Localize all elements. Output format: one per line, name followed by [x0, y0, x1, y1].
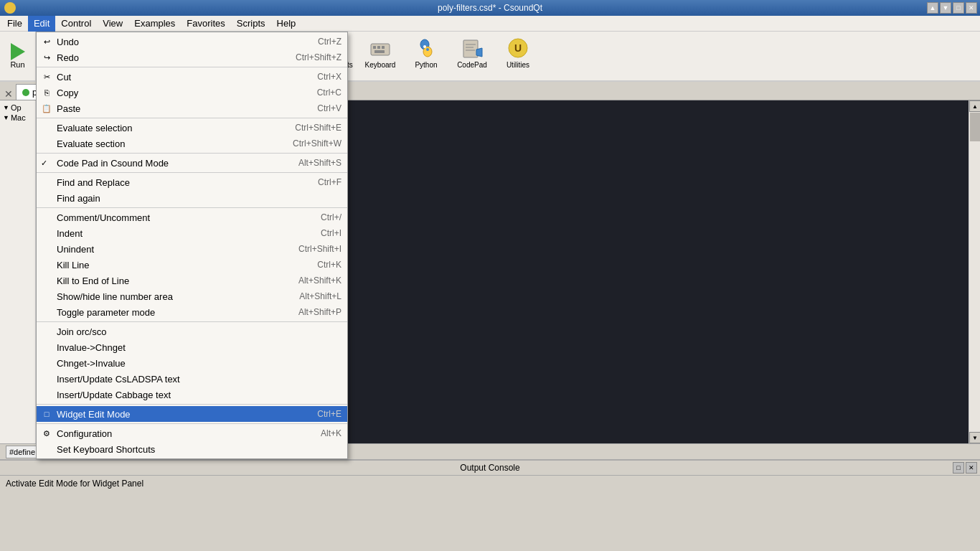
window-title: poly-filters.csd* - CsoundQt — [438, 3, 542, 13]
codepad-label: CodePad — [457, 61, 487, 69]
menu-item-widget-edit[interactable]: □ Widget Edit Mode Ctrl+E — [37, 406, 347, 422]
menu-item-chnget-invalue[interactable]: Chnget->Invalue — [37, 355, 347, 371]
menu-scripts[interactable]: Scripts — [231, 16, 271, 32]
find-replace-shortcut: Ctrl+F — [296, 177, 341, 187]
show-line-num-label: Show/hide line number area — [57, 291, 173, 302]
menu-item-comment[interactable]: Comment/Uncomment Ctrl+/ — [37, 209, 347, 225]
menu-item-find-again[interactable]: Find again — [37, 190, 347, 206]
svg-rect-28 — [382, 46, 385, 49]
undo-icon: ↩ — [41, 36, 52, 47]
sep-6 — [37, 321, 347, 322]
svg-point-32 — [423, 45, 426, 48]
menu-item-undo[interactable]: ↩ Undo Ctrl+Z — [37, 34, 347, 50]
run-icon — [11, 43, 25, 60]
menu-item-redo[interactable]: ↪ Redo Ctrl+Shift+Z — [37, 50, 347, 65]
menu-item-unindent[interactable]: Unindent Ctrl+Shift+I — [37, 241, 347, 257]
run-button[interactable]: Run — [0, 32, 36, 80]
eval-sec-label: Evaluate section — [57, 138, 125, 149]
bottom-status-bar: Activate Edit Mode for Widget Panel — [0, 475, 980, 491]
tab-dot — [22, 89, 29, 96]
svg-text:U: U — [514, 42, 522, 54]
kill-line-label: Kill Line — [57, 260, 90, 270]
widget-edit-shortcut: Ctrl+E — [296, 409, 341, 419]
utilities-label: Utilities — [507, 61, 529, 69]
redo-label: Redo — [57, 52, 79, 63]
menu-item-indent[interactable]: Indent Ctrl+I — [37, 225, 347, 241]
menu-favorites[interactable]: Favorites — [181, 16, 230, 32]
bottom-status-text: Activate Edit Mode for Widget Panel — [6, 479, 143, 489]
cut-label: Cut — [57, 72, 71, 83]
edit-dropdown-menu: ↩ Undo Ctrl+Z ↪ Redo Ctrl+Shift+Z ✂ Cut … — [36, 32, 348, 459]
menu-item-set-shortcuts[interactable]: Set Keyboard Shortcuts — [37, 441, 347, 457]
console-close-btn[interactable]: ✕ — [966, 462, 977, 474]
menu-item-eval-sel[interactable]: Evaluate selection Ctrl+Shift+E — [37, 120, 347, 136]
menu-control[interactable]: Control — [55, 16, 97, 32]
minimize-btn[interactable]: ▲ — [927, 2, 938, 14]
menu-view[interactable]: View — [97, 16, 128, 32]
codepad-icon — [461, 37, 484, 60]
set-shortcuts-label: Set Keyboard Shortcuts — [57, 444, 155, 455]
codepad-csound-label: Code Pad in Csound Mode — [57, 158, 169, 169]
comment-label: Comment/Uncomment — [57, 212, 150, 223]
menu-item-insert-ladspa[interactable]: Insert/Update CsLADSPA text — [37, 371, 347, 387]
mac-label[interactable]: ▼Mac — [3, 113, 32, 122]
toolbar-keyboard[interactable]: Keyboard — [357, 32, 403, 73]
menu-item-toggle-param[interactable]: Toggle parameter mode Alt+Shift+P — [37, 304, 347, 320]
menu-item-invalue-chnget[interactable]: Invalue->Chnget — [37, 339, 347, 355]
maximize-btn[interactable]: □ — [953, 2, 964, 14]
console-window-controls[interactable]: □ ✕ — [953, 462, 977, 474]
menu-edit[interactable]: Edit — [28, 16, 55, 32]
menu-item-paste[interactable]: 📋 Paste Ctrl+V — [37, 100, 347, 116]
menu-examples[interactable]: Examples — [128, 16, 181, 32]
unindent-label: Unindent — [57, 244, 94, 255]
menu-item-join[interactable]: Join orc/sco — [37, 324, 347, 339]
menu-item-kill-eol[interactable]: Kill to End of Line Alt+Shift+K — [37, 273, 347, 288]
invalue-chnget-label: Invalue->Chnget — [57, 342, 126, 353]
scroll-up-btn[interactable]: ▲ — [969, 100, 980, 112]
menu-help[interactable]: Help — [271, 16, 302, 32]
paste-shortcut: Ctrl+V — [296, 103, 341, 113]
menu-item-kill-line[interactable]: Kill Line Ctrl+K — [37, 257, 347, 273]
close-btn[interactable]: ✕ — [966, 2, 977, 14]
copy-shortcut: Ctrl+C — [296, 88, 341, 98]
scroll-track[interactable] — [969, 112, 980, 432]
keyboard-icon — [369, 37, 392, 60]
find-replace-label: Find and Replace — [57, 177, 130, 188]
widget-edit-label: Widget Edit Mode — [57, 409, 131, 420]
window-controls[interactable]: ▲ ▼ □ ✕ — [927, 2, 977, 14]
kill-eol-shortcut: Alt+Shift+K — [277, 276, 341, 286]
menu-item-show-line-num[interactable]: Show/hide line number area Alt+Shift+L — [37, 288, 347, 304]
scroll-thumb[interactable] — [970, 113, 980, 141]
eval-sel-shortcut: Ctrl+Shift+E — [273, 123, 341, 133]
sep-2 — [37, 118, 347, 118]
insert-cabbage-label: Insert/Update Cabbage text — [57, 390, 171, 400]
cut-shortcut: Ctrl+X — [296, 72, 341, 82]
menu-bar: File Edit Control View Examples Favorite… — [0, 16, 980, 32]
menu-item-configuration[interactable]: ⚙ Configuration Alt+K — [37, 425, 347, 441]
undo-shortcut: Ctrl+Z — [296, 37, 341, 47]
checkmark-icon: ✓ — [41, 159, 47, 168]
paste-icon: 📋 — [41, 103, 52, 114]
menu-item-cut[interactable]: ✂ Cut Ctrl+X — [37, 69, 347, 85]
insert-ladspa-label: Insert/Update CsLADSPA text — [57, 374, 180, 385]
restore-btn[interactable]: ▼ — [940, 2, 951, 14]
menu-item-eval-sec[interactable]: Evaluate section Ctrl+Shift+W — [37, 136, 347, 151]
menu-item-insert-cabbage[interactable]: Insert/Update Cabbage text — [37, 387, 347, 402]
menu-item-copy[interactable]: ⎘ Copy Ctrl+C — [37, 85, 347, 100]
op-label[interactable]: ▼Op — [3, 103, 32, 112]
scroll-down-btn[interactable]: ▼ — [969, 432, 980, 443]
cut-icon: ✂ — [41, 71, 52, 83]
console-restore-btn[interactable]: □ — [953, 462, 964, 474]
toolbar-python[interactable]: Python — [403, 32, 449, 73]
menu-file[interactable]: File — [1, 16, 28, 32]
eval-sel-label: Evaluate selection — [57, 123, 133, 133]
toolbar-utilities[interactable]: U Utilities — [495, 32, 541, 73]
toolbar-codepad[interactable]: CodePad — [449, 32, 495, 73]
editor-scrollbar[interactable]: ▲ ▼ — [969, 100, 980, 443]
config-icon: ⚙ — [41, 428, 52, 439]
svg-rect-26 — [373, 46, 376, 49]
menu-item-find-replace[interactable]: Find and Replace Ctrl+F — [37, 174, 347, 190]
menu-item-codepad-csound[interactable]: ✓ Code Pad in Csound Mode Alt+Shift+S — [37, 155, 347, 171]
tab-close-x[interactable]: ✕ — [3, 88, 14, 100]
undo-label: Undo — [57, 37, 79, 47]
